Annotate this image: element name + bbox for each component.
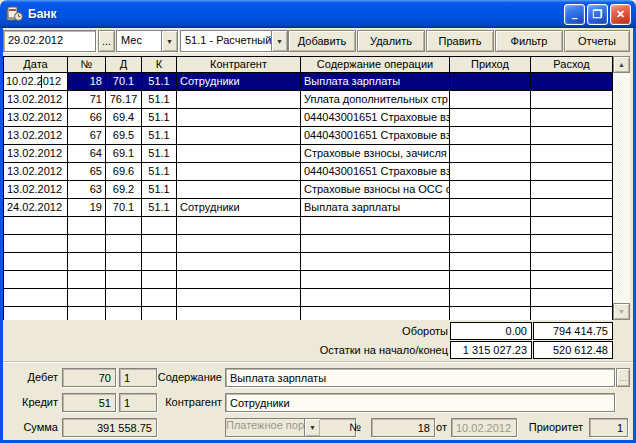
edit-button[interactable]: Править: [426, 30, 494, 52]
doc-num-field[interactable]: 18: [371, 418, 435, 437]
cell-date[interactable]: 13.02.2012: [4, 163, 68, 181]
cell-num[interactable]: 64: [68, 145, 106, 163]
cell-credit[interactable]: 51.1: [142, 145, 177, 163]
chevron-down-icon[interactable]: ▼: [271, 31, 287, 51]
cell-agent[interactable]: [177, 145, 301, 163]
doc-type-select[interactable]: Платежное пор ▼: [225, 418, 356, 437]
table-row[interactable]: 13.02.2012 64 69.1 51.1 Страховые взносы…: [4, 145, 613, 163]
cell-num[interactable]: 19: [68, 199, 106, 217]
cell-operation[interactable]: Страховые взносы, зачисля: [301, 145, 450, 163]
credit-account-field[interactable]: 51: [62, 393, 116, 412]
col-header-operation[interactable]: Содержание операции: [301, 56, 450, 73]
cell-credit[interactable]: 51.1: [142, 73, 177, 91]
reports-button[interactable]: Отчеты: [564, 30, 630, 52]
empty-row[interactable]: [4, 235, 613, 253]
cell-operation[interactable]: Уплата дополнительных стр: [301, 91, 450, 109]
cell-date[interactable]: 13.02.2012: [4, 181, 68, 199]
cell-date[interactable]: 13.02.2012: [4, 127, 68, 145]
cell-income[interactable]: [450, 127, 531, 145]
cell-date-editor[interactable]: 10.02.2012: [4, 73, 68, 91]
cell-agent[interactable]: Сотрудники: [177, 199, 301, 217]
col-header-num[interactable]: №: [68, 56, 106, 73]
empty-row[interactable]: [4, 289, 613, 307]
cell-expense[interactable]: [531, 127, 613, 145]
empty-row[interactable]: [4, 217, 613, 235]
add-button[interactable]: Добавить: [288, 30, 356, 52]
col-header-agent[interactable]: Контрагент: [177, 56, 301, 73]
cell-date[interactable]: 13.02.2012: [4, 109, 68, 127]
empty-row[interactable]: [4, 253, 613, 271]
scrollbar-track[interactable]: [613, 73, 630, 303]
date-input[interactable]: 29.02.2012: [3, 30, 96, 52]
scroll-up-icon[interactable]: ▲: [613, 56, 630, 73]
table-row[interactable]: 13.02.2012 65 69.6 51.1 044043001651 Стр…: [4, 163, 613, 181]
cell-num[interactable]: 63: [68, 181, 106, 199]
cell-operation[interactable]: Страховые взносы на ОСС о: [301, 181, 450, 199]
cell-num[interactable]: 67: [68, 127, 106, 145]
cell-expense[interactable]: [531, 163, 613, 181]
content-field[interactable]: Выплата зарплаты: [225, 368, 615, 387]
delete-button[interactable]: Удалить: [357, 30, 425, 52]
cell-debit[interactable]: 70.1: [106, 73, 142, 91]
cell-debit[interactable]: 69.4: [106, 109, 142, 127]
cell-debit[interactable]: 69.5: [106, 127, 142, 145]
col-header-debit[interactable]: Д: [106, 56, 142, 73]
doc-date-field[interactable]: 10.02.2012: [451, 418, 517, 437]
cell-agent[interactable]: Сотрудники: [177, 73, 301, 91]
cell-agent[interactable]: [177, 109, 301, 127]
minimize-button[interactable]: –: [564, 4, 585, 25]
table-row-selected[interactable]: 10.02.2012 18 70.1 51.1 Сотрудники Выпла…: [4, 73, 613, 91]
close-button[interactable]: ✕: [610, 4, 631, 25]
account-select[interactable]: 51.1 - Расчетный счет с ▼: [180, 30, 288, 52]
cell-income[interactable]: [450, 91, 531, 109]
period-select[interactable]: Мес ▼: [116, 30, 178, 52]
cell-date[interactable]: 13.02.2012: [4, 91, 68, 109]
sum-field[interactable]: 391 558.75: [62, 418, 157, 437]
cell-debit[interactable]: 69.6: [106, 163, 142, 181]
chevron-down-icon[interactable]: ▼: [161, 31, 177, 51]
table-row[interactable]: 13.02.2012 71 76.17 51.1 Уплата дополнит…: [4, 91, 613, 109]
cell-num[interactable]: 66: [68, 109, 106, 127]
vertical-scrollbar[interactable]: ▲ ▼: [613, 56, 630, 320]
cell-debit[interactable]: 69.2: [106, 181, 142, 199]
cell-credit[interactable]: 51.1: [142, 91, 177, 109]
agent-field[interactable]: Сотрудники: [225, 393, 615, 412]
cell-agent[interactable]: [177, 127, 301, 145]
title-bar[interactable]: Банк – ❐ ✕: [0, 0, 636, 28]
cell-num[interactable]: 18: [68, 73, 106, 91]
content-more-button[interactable]: ...: [616, 368, 630, 387]
cell-date[interactable]: 13.02.2012: [4, 145, 68, 163]
cell-income[interactable]: [450, 73, 531, 91]
cell-agent[interactable]: [177, 91, 301, 109]
cell-credit[interactable]: 51.1: [142, 199, 177, 217]
maximize-button[interactable]: ❐: [587, 4, 608, 25]
empty-row[interactable]: [4, 271, 613, 289]
col-header-income[interactable]: Приход: [450, 56, 531, 73]
cell-expense[interactable]: [531, 145, 613, 163]
cell-expense[interactable]: [531, 109, 613, 127]
filter-button[interactable]: Фильтр: [495, 30, 563, 52]
cell-debit[interactable]: 76.17: [106, 91, 142, 109]
cell-income[interactable]: [450, 163, 531, 181]
cell-operation[interactable]: 044043001651 Страховые вз: [301, 163, 450, 181]
cell-income[interactable]: [450, 181, 531, 199]
cell-debit[interactable]: 69.1: [106, 145, 142, 163]
cell-operation[interactable]: Выплата зарплаты: [301, 199, 450, 217]
cell-credit[interactable]: 51.1: [142, 127, 177, 145]
cell-expense[interactable]: [531, 181, 613, 199]
cell-debit[interactable]: 70.1: [106, 199, 142, 217]
cell-date[interactable]: 24.02.2012: [4, 199, 68, 217]
cell-expense[interactable]: [531, 73, 613, 91]
cell-expense[interactable]: [531, 91, 613, 109]
scroll-down-icon[interactable]: ▼: [613, 303, 630, 320]
cell-operation[interactable]: 044043001651 Страховые вз: [301, 109, 450, 127]
col-header-date[interactable]: Дата: [4, 56, 68, 73]
cell-credit[interactable]: 51.1: [142, 163, 177, 181]
table-row[interactable]: 13.02.2012 67 69.5 51.1 044043001651 Стр…: [4, 127, 613, 145]
cell-income[interactable]: [450, 199, 531, 217]
col-header-credit[interactable]: К: [142, 56, 177, 73]
table-row[interactable]: 13.02.2012 63 69.2 51.1 Страховые взносы…: [4, 181, 613, 199]
col-header-expense[interactable]: Расход: [531, 56, 613, 73]
debit-account-field[interactable]: 70: [62, 368, 116, 387]
empty-row[interactable]: [4, 307, 613, 320]
